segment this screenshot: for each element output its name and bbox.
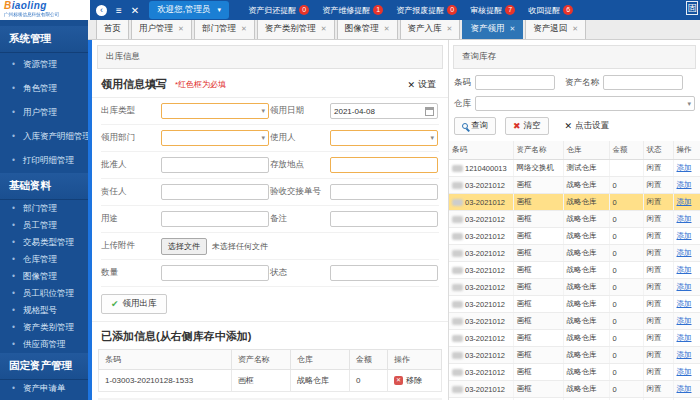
- approver-input[interactable]: [161, 157, 269, 173]
- barcode-filter-input[interactable]: [475, 75, 555, 90]
- tab-资产退回[interactable]: 资产退回✕: [525, 19, 586, 39]
- sidebar-item-打印明细管理[interactable]: 打印明细管理: [0, 149, 88, 173]
- obscured-prefix: [452, 267, 463, 274]
- sidebar-item-角色管理[interactable]: 角色管理: [0, 77, 88, 101]
- close-all-icon[interactable]: ✕: [131, 5, 139, 16]
- clear-label: 清空: [524, 120, 541, 132]
- quantity-input[interactable]: [161, 265, 269, 281]
- add-button[interactable]: 添加: [677, 367, 692, 376]
- sidebar-item-供应商管理[interactable]: 供应商管理: [0, 336, 88, 353]
- sidebar-item-规格型号[interactable]: 规格型号: [0, 302, 88, 319]
- inv-name: 画框: [513, 330, 563, 347]
- tab-用户管理[interactable]: 用户管理✕: [131, 19, 192, 39]
- tab-label: 资产入库: [408, 23, 442, 35]
- collapse-sidebar-button[interactable]: ‹: [96, 5, 107, 16]
- inv-status: 闲置: [643, 279, 673, 296]
- tab-资产类别管理[interactable]: 资产类别管理✕: [257, 19, 335, 39]
- tab-部门管理[interactable]: 部门管理✕: [194, 19, 255, 39]
- sidebar-item-资产申请单[interactable]: 资产申请单: [0, 380, 88, 397]
- sidebar-item-仓库管理[interactable]: 仓库管理: [0, 251, 88, 268]
- form-row: 上传附件选择文件未选择任何文件: [101, 233, 439, 260]
- add-button[interactable]: 添加: [677, 163, 692, 172]
- form-settings-button[interactable]: ✕ 设置: [407, 78, 439, 91]
- add-button[interactable]: 添加: [677, 282, 692, 291]
- choose-file-button[interactable]: 选择文件: [161, 238, 207, 255]
- requisition-dept-select[interactable]: ▾: [161, 130, 269, 146]
- tab-close-icon[interactable]: ✕: [384, 25, 390, 33]
- inv-amount: 0: [609, 211, 643, 228]
- reminder-link[interactable]: 审核提醒7: [470, 5, 515, 16]
- obscured-prefix: [452, 335, 463, 342]
- column-settings-button[interactable]: ✕ 点击设置: [558, 118, 617, 134]
- tab-close-icon[interactable]: ✕: [241, 25, 247, 33]
- search-button[interactable]: 查询: [454, 117, 496, 135]
- requisition-outbound-button[interactable]: ✔ 领用出库: [101, 294, 167, 314]
- reminder-link[interactable]: 资产维修提醒1: [322, 5, 383, 16]
- asset-name-filter-input[interactable]: [603, 75, 683, 90]
- responsible-input[interactable]: [161, 184, 269, 200]
- sidebar-item-资产类别管理[interactable]: 资产类别管理: [0, 319, 88, 336]
- acceptance-no-input[interactable]: [330, 184, 438, 200]
- form-row: 用途备注: [101, 206, 439, 233]
- add-button[interactable]: 添加: [677, 214, 692, 223]
- reminder-link[interactable]: 资产归还提醒0: [248, 5, 309, 16]
- remark-input[interactable]: [330, 211, 438, 227]
- purpose-input[interactable]: [161, 211, 269, 227]
- sidebar-item-资源管理[interactable]: 资源管理: [0, 53, 88, 77]
- sidebar-item-入库资产明细管理[interactable]: 入库资产明细管理: [0, 125, 88, 149]
- add-button[interactable]: 添加: [677, 384, 692, 393]
- requisition-date-date-input[interactable]: 2021-04-08: [330, 103, 438, 119]
- tab-图像管理[interactable]: 图像管理✕: [337, 19, 398, 39]
- reminder-link[interactable]: 资产报废提醒0: [396, 5, 457, 16]
- status-input[interactable]: [330, 265, 438, 281]
- inv-status: 闲置: [643, 262, 673, 279]
- sidebar-item-交易类型管理[interactable]: 交易类型管理: [0, 234, 88, 251]
- tab-资产领用[interactable]: 资产领用✕: [462, 19, 523, 39]
- tab-close-icon[interactable]: ✕: [572, 25, 578, 33]
- add-button[interactable]: 添加: [677, 333, 692, 342]
- inv-col-资产名称: 资产名称: [513, 141, 563, 160]
- sidebar: 系统管理资源管理角色管理用户管理入库资产明细管理打印明细管理基础资料部门管理员工…: [0, 20, 88, 400]
- add-button[interactable]: 添加: [677, 197, 692, 206]
- tab-close-icon[interactable]: ✕: [447, 25, 453, 33]
- tab-close-icon[interactable]: ✕: [178, 25, 184, 33]
- added-items-table: 条码资产名称仓库金额操作 1-03003-20210128-1533画框战略仓库…: [98, 349, 442, 392]
- inv-amount: 0: [609, 347, 643, 364]
- outbound-type-select[interactable]: ▾: [161, 103, 269, 119]
- add-button[interactable]: 添加: [677, 248, 692, 257]
- inv-action: 添加: [673, 279, 700, 296]
- inventory-row: 03-2021012画框战略仓库0闲置添加: [449, 330, 700, 347]
- menu-icon[interactable]: ≡: [116, 5, 122, 16]
- sidebar-section-title[interactable]: 基础资料: [0, 173, 88, 200]
- add-button[interactable]: 添加: [677, 265, 692, 274]
- inv-name: 画框: [513, 177, 563, 194]
- add-button[interactable]: 添加: [677, 350, 692, 359]
- tab-close-icon[interactable]: ✕: [509, 25, 515, 33]
- add-button[interactable]: 添加: [677, 231, 692, 240]
- add-button[interactable]: 添加: [677, 316, 692, 325]
- barcode-text: 03-2021012: [465, 334, 505, 343]
- sidebar-section-title[interactable]: 固定资产管理: [0, 353, 88, 380]
- user-menu[interactable]: 欢迎您,管理员 ▾: [149, 1, 229, 19]
- inv-warehouse: 战略仓库: [563, 211, 609, 228]
- sidebar-section: 固定资产管理资产申请单资产入库资产领用资产退回资产借用资产归还: [0, 353, 88, 400]
- sidebar-item-员工职位管理[interactable]: 员工职位管理: [0, 285, 88, 302]
- sidebar-section-title[interactable]: 系统管理: [0, 26, 88, 53]
- obscured-prefix: [452, 386, 463, 393]
- clear-button[interactable]: ✖ 清空: [505, 117, 549, 135]
- warehouse-filter-select[interactable]: ▾: [475, 96, 695, 111]
- storage-location-input[interactable]: [330, 157, 438, 173]
- sidebar-item-用户管理[interactable]: 用户管理: [0, 101, 88, 125]
- remove-button[interactable]: ✕移除: [394, 375, 422, 386]
- sidebar-item-部门管理[interactable]: 部门管理: [0, 200, 88, 217]
- sidebar-item-图像管理[interactable]: 图像管理: [0, 268, 88, 285]
- add-button[interactable]: 添加: [677, 180, 692, 189]
- tab-close-icon[interactable]: ✕: [321, 25, 327, 33]
- user-select[interactable]: ▾: [330, 130, 438, 146]
- tab-资产入库[interactable]: 资产入库✕: [400, 19, 461, 39]
- sidebar-item-员工管理[interactable]: 员工管理: [0, 217, 88, 234]
- add-button[interactable]: 添加: [677, 299, 692, 308]
- inv-amount: 0: [609, 364, 643, 381]
- reminder-link[interactable]: 收回提醒6: [528, 5, 573, 16]
- tab-首页[interactable]: 首页: [96, 19, 129, 39]
